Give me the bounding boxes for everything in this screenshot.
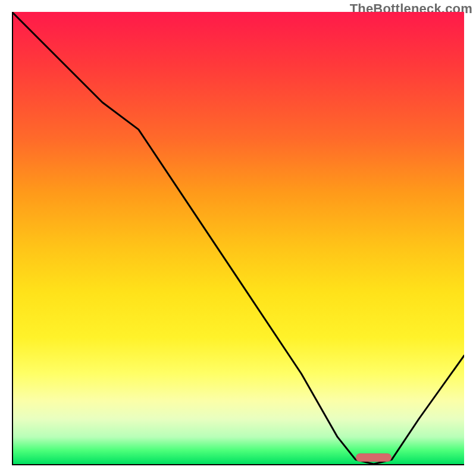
bottleneck-curve [12,12,464,464]
y-axis [12,12,13,465]
plot-area [12,12,464,464]
chart-canvas: TheBottleneck.com [0,0,476,476]
optimal-range-marker [356,453,392,462]
x-axis [12,464,464,465]
